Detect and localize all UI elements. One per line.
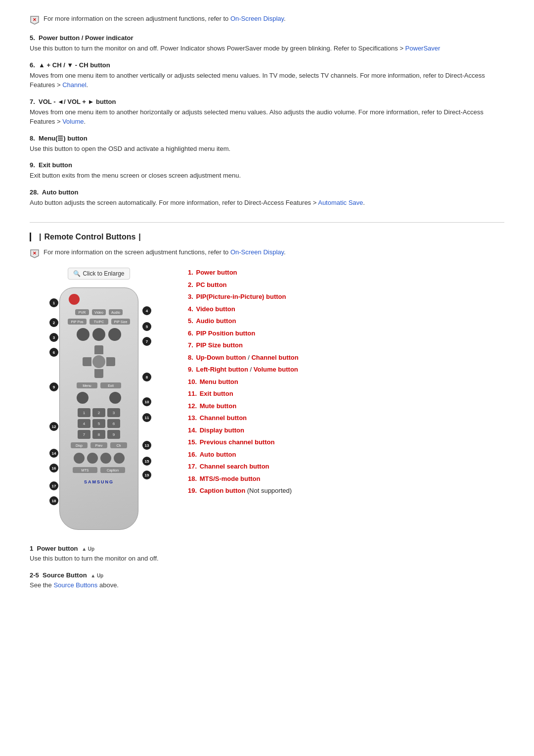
remote-button-item: 10. Menu button <box>188 377 504 387</box>
magnify-icon: 🔍 <box>73 270 81 277</box>
num-badge-19: 19 <box>142 471 151 479</box>
num-badge-3: 3 <box>49 333 58 342</box>
remote-control-image: 1 2 3 6 9 12 14 16 17 18 4 5 7 8 10 11 1… <box>44 287 153 530</box>
remote-button-item: 4. Video button <box>188 304 504 314</box>
section-link[interactable]: Volume <box>62 118 84 125</box>
remote-image-area: 🔍 Click to Enlarge 1 2 3 6 9 12 14 16 17… <box>30 268 168 530</box>
bottom-item-2-desc: See the Source Buttons above. <box>30 580 504 590</box>
remote-button-item: 14. Display button <box>188 425 504 435</box>
up-arrow-2: ▲ Up <box>90 573 103 578</box>
section-item-desc: Use this button to open the OSD and acti… <box>30 144 504 154</box>
note-icon: ✕ <box>30 15 40 25</box>
num-badge-10: 10 <box>142 397 151 406</box>
sections-container: 5. Power button / Power indicatorUse thi… <box>30 34 504 207</box>
remote-button-item: 13. Channel button <box>188 413 504 423</box>
num-badge-11: 11 <box>142 413 151 422</box>
section-item-title: 28. Auto button <box>30 189 504 196</box>
samsung-logo: SAMSUNG <box>84 479 114 484</box>
remote-note-text: For more information on the screen adjus… <box>44 248 286 256</box>
on-screen-display-link[interactable]: On-Screen Display <box>230 15 284 22</box>
remote-button-item: 18. MTS/S-mode button <box>188 474 504 484</box>
num-badge-12: 12 <box>49 422 58 431</box>
remote-button-item: 7. PIP Size button <box>188 340 504 350</box>
num-badge-13: 13 <box>142 441 151 450</box>
enlarge-button[interactable]: 🔍 Click to Enlarge <box>68 268 130 280</box>
num-badge-8: 8 <box>142 373 151 381</box>
remote-body: PVR Video Audio PIP Pos TV/PC PIP Size <box>59 287 138 530</box>
section-item-desc: Use this button to turn the monitor on a… <box>30 44 504 53</box>
section-item-title: 6. ▲ + CH / ▼ - CH button <box>30 61 504 69</box>
remote-note-icon: ✕ <box>30 249 40 259</box>
rc-mute-row <box>77 392 121 404</box>
num-badge-14: 14 <box>49 449 58 458</box>
section-item-title: 9. Exit button <box>30 161 504 169</box>
remote-button-item: 1. Power button <box>188 268 504 278</box>
section-item-title: 8. Menu(☰) button <box>30 135 504 142</box>
section-item: 9. Exit buttonExit button exits from the… <box>30 161 504 181</box>
bottom-item-2: 2-5 Source Button ▲ Up See the Source Bu… <box>30 571 504 590</box>
rc-second-row: PIP Pos TV/PC PIP Size <box>68 319 130 325</box>
num-badge-16: 16 <box>49 464 58 472</box>
remote-on-screen-link[interactable]: On-Screen Display <box>230 248 284 256</box>
remote-button-item: 5. Audio button <box>188 316 504 326</box>
section-item: 8. Menu(☰) buttonUse this button to open… <box>30 135 504 154</box>
num-badge-9: 9 <box>49 382 58 391</box>
svg-text:✕: ✕ <box>33 17 37 22</box>
remote-section: | Remote Control Buttons | ✕ For more in… <box>30 233 504 530</box>
rc-circle-row <box>77 328 121 341</box>
section-item: 6. ▲ + CH / ▼ - CH buttonMoves from one … <box>30 61 504 90</box>
remote-button-item: 19. Caption button (Not supported) <box>188 486 504 496</box>
section-item-title: 5. Power button / Power indicator <box>30 34 504 42</box>
section-link[interactable]: Channel <box>62 81 86 89</box>
bottom-item-1: 1 Power button ▲ Up Use this button to t… <box>30 545 504 564</box>
remote-section-header: | Remote Control Buttons | <box>30 233 504 241</box>
section-item: 28. Auto buttonAuto button adjusts the s… <box>30 189 504 208</box>
power-btn-visual <box>69 294 80 305</box>
rc-numpad: 1 2 3 4 5 6 7 8 9 <box>78 408 120 439</box>
svg-text:✕: ✕ <box>33 251 37 256</box>
remote-button-item: 3. PIP(Picture-in-Picture) button <box>188 292 504 302</box>
bottom-item-2-title: 2-5 Source Button ▲ Up <box>30 571 504 579</box>
remote-button-item: 17. Channel search button <box>188 462 504 472</box>
rc-bottom-row <box>74 453 125 464</box>
remote-buttons-list: 1. Power button2. PC button3. PIP(Pictur… <box>188 268 504 530</box>
section-item-desc: Auto button adjusts the screen automatic… <box>30 198 504 208</box>
remote-button-item: 8. Up-Down button / Channel button <box>188 353 504 363</box>
intro-note: ✕ For more information on the screen adj… <box>30 15 504 25</box>
num-badge-5: 5 <box>142 322 151 331</box>
num-badge-7: 7 <box>142 337 151 346</box>
rc-dpad <box>82 344 116 379</box>
remote-buttons-ol: 1. Power button2. PC button3. PIP(Pictur… <box>188 268 504 496</box>
remote-button-item: 9. Left-Right button / Volume button <box>188 365 504 375</box>
num-badge-4: 4 <box>142 306 151 315</box>
rc-mts-row: MTS Caption <box>73 467 125 473</box>
bottom-item-1-desc: Use this button to turn the monitor on a… <box>30 554 504 564</box>
remote-button-item: 11. Exit button <box>188 389 504 399</box>
section-item: 7. VOL - ◄/ VOL + ► buttonMoves from one… <box>30 98 504 127</box>
remote-button-item: 16. Auto button <box>188 450 504 460</box>
rc-top-row: PVR Video Audio <box>75 309 123 315</box>
num-badge-17: 17 <box>49 481 58 490</box>
remote-button-item: 2. PC button <box>188 280 504 290</box>
remote-button-item: 15. Previous channel button <box>188 437 504 447</box>
section-item-desc: Moves from one menu item to another vert… <box>30 71 504 90</box>
source-buttons-link[interactable]: Source Buttons <box>53 581 97 589</box>
remote-note: ✕ For more information on the screen adj… <box>30 248 504 259</box>
remote-button-item: 6. PIP Position button <box>188 329 504 338</box>
num-badge-1: 1 <box>49 298 58 307</box>
bottom-details: 1 Power button ▲ Up Use this button to t… <box>30 545 504 590</box>
num-badge-6: 6 <box>49 348 58 357</box>
section-link[interactable]: Automatic Save <box>318 199 363 206</box>
num-badge-18: 18 <box>49 496 58 505</box>
remote-button-item: 12. Mute button <box>188 401 504 411</box>
section-item-desc: Exit button exits from the menu screen o… <box>30 171 504 181</box>
section-link[interactable]: PowerSaver <box>405 45 441 52</box>
bottom-item-1-title: 1 Power button ▲ Up <box>30 545 504 552</box>
intro-note-text: For more information on the screen adjus… <box>44 15 286 22</box>
section-item: 5. Power button / Power indicatorUse thi… <box>30 34 504 53</box>
divider <box>30 222 504 223</box>
num-badge-2: 2 <box>49 318 58 327</box>
section-item-title: 7. VOL - ◄/ VOL + ► button <box>30 98 504 105</box>
num-badge-15: 15 <box>142 457 151 466</box>
section-item-desc: Moves from one menu item to another hori… <box>30 107 504 127</box>
